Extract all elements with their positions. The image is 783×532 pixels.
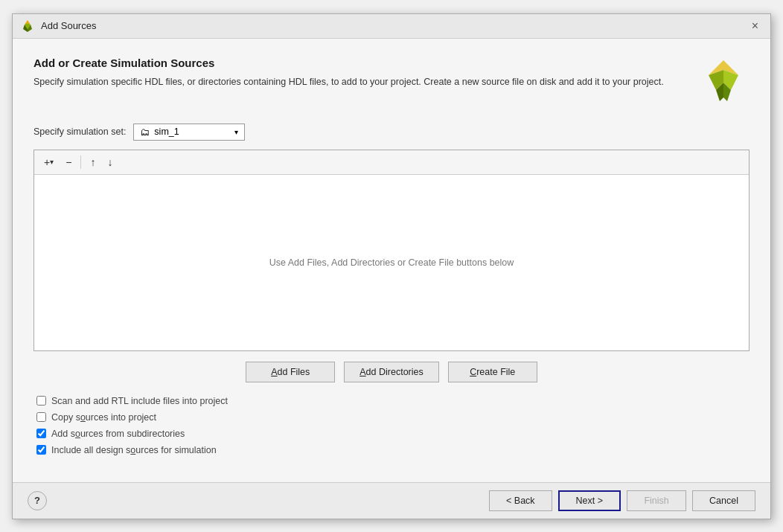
logo-area	[697, 57, 750, 109]
back-label: < Back	[506, 496, 535, 506]
chevron-down-icon: ▾	[234, 128, 238, 136]
action-buttons: Add Files Add Directories Create File	[33, 362, 750, 382]
add-arrow-icon: ▾	[50, 158, 54, 166]
add-subdirs-label: Add sources from subdirectories	[51, 429, 185, 439]
scan-rtl-checkbox[interactable]	[36, 396, 46, 406]
file-list-empty: Use Add Files, Add Directories or Create…	[34, 175, 749, 350]
cancel-label: Cancel	[709, 496, 738, 506]
sim-icon: 🗂	[140, 126, 150, 138]
dialog-footer: ? < Back Next > Finish Cancel	[13, 482, 770, 519]
sim-set-dropdown[interactable]: 🗂 sim_1 ▾	[133, 124, 245, 141]
app-icon	[20, 19, 35, 33]
help-button[interactable]: ?	[28, 491, 47, 510]
add-files-label: Add Files	[271, 367, 310, 377]
options-checkboxes: Scan and add RTL include files into proj…	[33, 396, 750, 455]
sim-set-label: Specify simulation set:	[33, 126, 126, 137]
empty-message: Use Add Files, Add Directories or Create…	[269, 257, 514, 268]
finish-label: Finish	[644, 496, 668, 506]
include-design-label: Include all design sources for simulatio…	[51, 445, 217, 455]
add-directories-label: Add Directories	[359, 367, 423, 377]
header-text: Add or Create Simulation Sources Specify…	[33, 57, 685, 89]
plus-icon: +	[44, 156, 50, 168]
close-button[interactable]: ×	[747, 19, 763, 33]
main-content: Add or Create Simulation Sources Specify…	[13, 39, 770, 482]
sim-set-row: Specify simulation set: 🗂 sim_1 ▾	[33, 124, 750, 141]
include-design-checkbox[interactable]	[36, 445, 46, 455]
next-button[interactable]: Next >	[558, 490, 621, 511]
copy-sources-label: Copy sources into project	[51, 412, 156, 423]
footer-left: ?	[28, 491, 47, 510]
titlebar: Add Sources ×	[13, 14, 770, 39]
sim-set-value: sim_1	[154, 126, 179, 137]
toolbar-separator	[80, 156, 81, 169]
checkbox-row-copy[interactable]: Copy sources into project	[36, 412, 750, 423]
footer-right: < Back Next > Finish Cancel	[489, 490, 755, 511]
add-subdirs-checkbox[interactable]	[36, 429, 46, 438]
description: Specify simulation specific HDL files, o…	[33, 75, 674, 89]
header-section: Add or Create Simulation Sources Specify…	[33, 57, 750, 109]
add-sources-dialog: Add Sources × Add or Create Simulation S…	[12, 13, 771, 519]
move-down-button[interactable]: ↓	[102, 153, 118, 171]
add-files-button[interactable]: Add Files	[246, 362, 335, 382]
file-panel: + ▾ − ↑ ↓ Use Add Files, Add Directories…	[33, 150, 750, 351]
checkbox-row-rtl[interactable]: Scan and add RTL include files into proj…	[36, 396, 750, 406]
minus-icon: −	[65, 156, 71, 168]
titlebar-left: Add Sources	[20, 19, 96, 33]
remove-button[interactable]: −	[60, 153, 77, 171]
cancel-button[interactable]: Cancel	[692, 490, 755, 511]
add-button[interactable]: + ▾	[39, 153, 59, 171]
down-arrow-icon: ↓	[107, 156, 112, 168]
checkbox-row-subdirs[interactable]: Add sources from subdirectories	[36, 429, 750, 439]
checkbox-row-include[interactable]: Include all design sources for simulatio…	[36, 445, 750, 455]
main-title: Add or Create Simulation Sources	[33, 57, 685, 69]
next-label: Next >	[576, 496, 603, 506]
add-directories-button[interactable]: Add Directories	[344, 362, 438, 382]
create-file-label: Create File	[470, 367, 515, 377]
vivado-logo	[697, 57, 750, 109]
scan-rtl-label: Scan and add RTL include files into proj…	[51, 396, 228, 406]
up-arrow-icon: ↑	[90, 156, 95, 168]
back-button[interactable]: < Back	[489, 490, 552, 511]
file-toolbar: + ▾ − ↑ ↓	[34, 150, 749, 175]
move-up-button[interactable]: ↑	[85, 153, 100, 171]
dialog-title: Add Sources	[41, 20, 96, 31]
create-file-button[interactable]: Create File	[448, 362, 537, 382]
copy-sources-checkbox[interactable]	[36, 412, 46, 422]
finish-button[interactable]: Finish	[627, 490, 686, 511]
